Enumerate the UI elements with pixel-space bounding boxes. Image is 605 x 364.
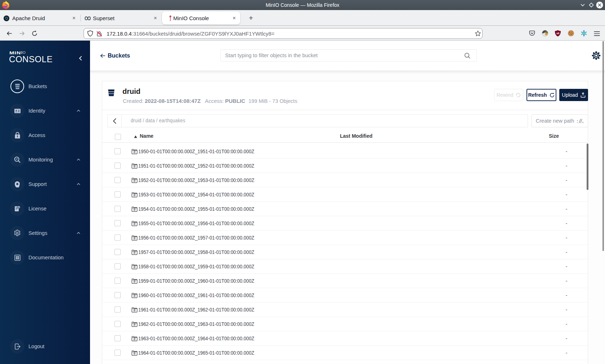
svg-text:u0: u0 [556, 32, 559, 35]
